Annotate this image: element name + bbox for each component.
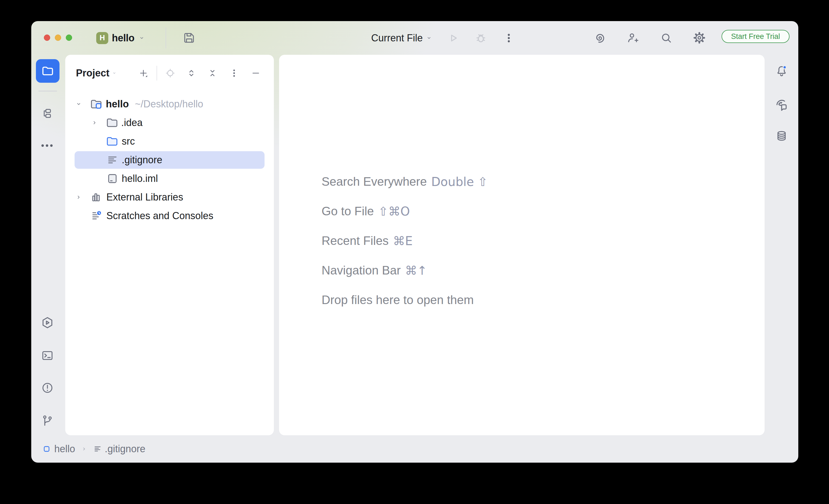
hint-navigation-bar: Navigation Bar⌘↑ — [322, 256, 488, 285]
ide-window: H hello Current File — [31, 21, 798, 463]
tree-item-label: .gitignore — [122, 154, 162, 166]
problems-icon[interactable] — [41, 381, 54, 394]
project-avatar: H — [96, 32, 108, 44]
tree-item-label: External Libraries — [106, 191, 183, 203]
libraries-icon — [91, 191, 103, 203]
chevron-down-icon[interactable] — [426, 35, 433, 42]
save-icon[interactable] — [183, 32, 195, 44]
project-name: hello — [112, 32, 135, 44]
status-bar: hello .gitignore — [31, 435, 798, 463]
header-divider — [156, 66, 157, 81]
editor-area: Search EverywhereDouble ⇧ Go to File⇧⌘O … — [279, 55, 765, 435]
kebab-menu-icon[interactable] — [503, 32, 515, 44]
project-widget[interactable]: H hello — [96, 21, 145, 55]
scratches-icon — [91, 210, 103, 222]
debug-icon[interactable] — [474, 32, 488, 45]
locate-file-icon[interactable] — [165, 68, 175, 78]
main-toolbar: H hello Current File — [31, 21, 798, 55]
hint-recent-files: Recent Files⌘E — [322, 226, 488, 256]
tree-item-external-libraries[interactable]: External Libraries — [65, 188, 274, 206]
breadcrumb-module[interactable]: hello — [54, 443, 75, 455]
expand-all-icon[interactable] — [186, 68, 196, 78]
text-file-icon — [93, 444, 102, 453]
module-file-icon — [106, 172, 118, 185]
database-icon[interactable] — [775, 129, 788, 143]
chevron-down-icon — [112, 70, 117, 76]
tree-item-label: .idea — [121, 117, 143, 128]
toolbar-separator — [166, 27, 166, 48]
ai-assistant-icon[interactable] — [593, 31, 606, 45]
version-control-icon[interactable] — [41, 414, 54, 427]
zoom-button[interactable] — [66, 35, 72, 41]
chevron-right-icon[interactable] — [75, 193, 82, 201]
gear-icon[interactable] — [692, 31, 706, 45]
rail-divider — [38, 91, 57, 91]
traffic-lights — [44, 35, 72, 41]
tree-item-scratches[interactable]: Scratches and Consoles — [65, 206, 274, 225]
project-root-folder-icon — [90, 98, 103, 110]
tree-item-label: hello.iml — [122, 173, 158, 184]
source-folder-icon — [106, 135, 118, 148]
chevron-down-icon[interactable] — [75, 100, 82, 108]
collapse-all-icon[interactable] — [207, 68, 218, 78]
folder-icon — [106, 116, 118, 129]
run-configuration-select[interactable]: Current File — [371, 32, 423, 44]
hint-search-everywhere: Search EverywhereDouble ⇧ — [322, 167, 488, 196]
start-free-trial-button[interactable]: Start Free Trial — [722, 30, 790, 43]
tree-item-label: Scratches and Consoles — [106, 210, 213, 222]
close-button[interactable] — [44, 35, 50, 41]
run-icon[interactable] — [447, 32, 460, 44]
chevron-down-icon — [138, 35, 145, 42]
project-tool-window: Project — [65, 55, 274, 435]
minimize-button[interactable] — [55, 35, 61, 41]
project-panel-title: Project — [76, 67, 109, 79]
add-user-icon[interactable] — [626, 31, 639, 44]
tree-item-label: src — [122, 135, 135, 147]
project-folder-icon — [41, 65, 54, 77]
tree-item-label: hello — [106, 98, 129, 110]
search-icon[interactable] — [659, 31, 673, 44]
chevron-right-icon[interactable] — [91, 119, 99, 126]
text-file-icon — [106, 154, 118, 166]
hint-drop-files: Drop files here to open them — [322, 285, 488, 315]
notifications-bell-icon[interactable] — [775, 64, 788, 78]
project-tree: hello ~/Desktop/hello .idea src .gitigno… — [65, 95, 274, 225]
tree-item-path: ~/Desktop/hello — [135, 98, 203, 110]
tree-item-hello-root[interactable]: hello ~/Desktop/hello — [65, 95, 274, 113]
services-icon[interactable] — [41, 316, 54, 329]
module-icon — [43, 445, 50, 453]
chevron-right-icon — [81, 445, 88, 453]
project-view-selector[interactable]: Project — [76, 67, 117, 79]
run-toolbar: Current File — [371, 21, 515, 55]
tree-item-hello-iml[interactable]: hello.iml — [65, 169, 274, 188]
panel-options-icon[interactable] — [229, 68, 239, 78]
terminal-icon[interactable] — [41, 349, 54, 362]
hide-panel-icon[interactable] — [251, 68, 261, 78]
hint-go-to-file: Go to File⇧⌘O — [322, 196, 488, 226]
tree-item-idea[interactable]: .idea — [65, 113, 274, 132]
breadcrumb-file[interactable]: .gitignore — [105, 443, 145, 455]
sidebar-item-project[interactable] — [36, 59, 60, 83]
ai-chat-icon[interactable] — [775, 98, 788, 112]
more-tools-icon[interactable] — [41, 144, 52, 147]
tree-item-gitignore[interactable]: .gitignore — [65, 151, 274, 169]
add-icon[interactable] — [138, 68, 149, 78]
editor-empty-hints: Search EverywhereDouble ⇧ Go to File⇧⌘O … — [322, 167, 488, 315]
structure-icon[interactable] — [41, 107, 53, 120]
tree-item-src[interactable]: src — [65, 132, 274, 151]
